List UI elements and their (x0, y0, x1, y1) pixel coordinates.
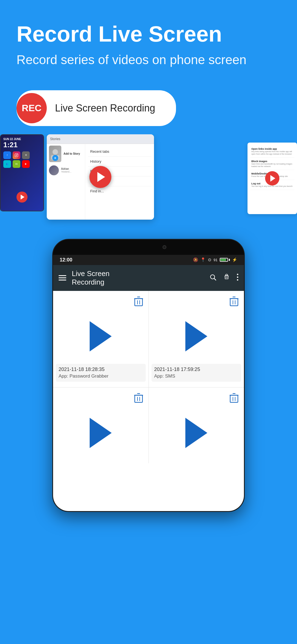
hamburger-line-2 (59, 277, 66, 278)
rec-bar-text: Live Screen Recording (55, 102, 155, 114)
svg-line-4 (214, 279, 216, 280)
svg-point-6 (227, 276, 228, 276)
phone-screenshot-left: SUN 22 JUNE 1:21 f ⚙ 👥 kik ▶ (0, 134, 44, 211)
svg-point-7 (237, 274, 238, 275)
kik-icon: kik (13, 160, 20, 168)
menu-item-history[interactable]: History (88, 157, 151, 167)
right-menu-title-0: Open links inside app (251, 148, 293, 150)
phone-icons-row: f ⚙ (3, 151, 41, 159)
right-menu-desc-0: Any links being opened from the mobile a… (251, 150, 293, 155)
svg-rect-15 (230, 299, 238, 306)
hero-section: Record Live Screen Record series of vide… (0, 0, 297, 79)
hero-title: Record Live Screen (16, 22, 280, 46)
big-play-overlay-button[interactable] (89, 166, 111, 188)
video-play-button-0[interactable] (90, 321, 112, 351)
second-person-avatar (49, 165, 59, 175)
screenshots-area: SUN 22 JUNE 1:21 f ⚙ 👥 kik ▶ Stories (0, 134, 297, 228)
add-story-icon[interactable]: + (52, 155, 58, 161)
phone-mockup-section: 12:00 🔕 📍 ⊙ 91 ⚡ (0, 228, 297, 512)
story-avatar: + (49, 146, 61, 162)
status-bar: 12:00 🔕 📍 ⊙ 91 ⚡ (53, 255, 244, 265)
svg-rect-10 (135, 299, 142, 306)
second-person-info: Adrian Yesterd... (61, 167, 72, 173)
delete-icon-2[interactable] (134, 393, 143, 405)
video-play-button-1[interactable] (185, 321, 207, 351)
phone-date: SUN 22 JUNE (3, 138, 41, 141)
rec-bar: REC Live Screen Recording (16, 90, 176, 126)
svg-point-9 (237, 279, 238, 280)
play-triangle-icon (21, 195, 24, 200)
hamburger-line-3 (59, 280, 66, 280)
battery-fill (221, 259, 226, 261)
bug-report-icon[interactable] (223, 274, 230, 282)
video-timestamp-0: 2021-11-18 18:28:35 (59, 367, 143, 372)
right-play-overlay-button[interactable] (265, 171, 279, 185)
menu-item-find[interactable]: Find in... (88, 186, 151, 196)
delete-icon-1[interactable] (230, 296, 238, 309)
location-icon: 📍 (200, 257, 206, 262)
story-name-block: Add to Story (64, 152, 80, 155)
phone-mockup: 12:00 🔕 📍 ⊙ 91 ⚡ (52, 239, 245, 512)
battery-body (220, 258, 228, 262)
story-second-person: Adrian Yesterd... (47, 164, 85, 177)
hamburger-line-1 (59, 275, 66, 276)
phone-play-button[interactable] (16, 192, 28, 203)
status-time: 12:00 (60, 257, 72, 263)
right-menu-title-1: Block images (251, 160, 293, 163)
instagram-icon (13, 151, 20, 159)
browser-top-bar: Stories (47, 134, 154, 144)
record-indicator: ⊙ (208, 257, 211, 262)
video-play-button-2[interactable] (90, 418, 112, 448)
search-icon[interactable] (209, 274, 216, 282)
right-menu-desc-1: Save time and bandwidth by not loading i… (251, 163, 293, 168)
browser-story-panel: + Add to Story Adrian Yesterd... (47, 144, 85, 220)
facebook-icon: f (3, 151, 11, 159)
browser-screenshot-middle: Stories + Add to Story (47, 134, 154, 220)
svg-point-8 (237, 276, 238, 278)
video-info-0: 2021-11-18 18:28:35 App: Password Grabbe… (56, 364, 146, 382)
story-add-item: + Add to Story (47, 144, 85, 164)
video-play-button-3[interactable] (185, 418, 207, 448)
second-person-time: Yesterd... (61, 170, 72, 173)
svg-rect-25 (230, 395, 238, 402)
more-options-icon[interactable] (237, 274, 238, 282)
video-card-2 (53, 388, 148, 463)
video-play-area-0[interactable] (56, 312, 146, 361)
rec-label: REC (22, 103, 42, 113)
svg-point-2 (17, 154, 18, 155)
delete-icon-3[interactable] (230, 393, 238, 405)
svg-rect-0 (15, 154, 18, 157)
video-grid: 2021-11-18 18:28:35 App: Password Grabbe… (53, 291, 244, 463)
add-to-story-label: Add to Story (64, 152, 80, 155)
video-play-area-2[interactable] (56, 408, 146, 458)
youtube-icon: ▶ (22, 160, 30, 168)
right-play-triangle-icon (270, 175, 275, 182)
battery-percent: 91 (214, 258, 218, 262)
status-right-icons: 🔕 📍 ⊙ 91 ⚡ (193, 257, 237, 262)
video-app-0: App: Password Grabber (59, 373, 143, 379)
browser-screenshot-right: Open links inside app Any links being op… (248, 143, 297, 214)
video-play-area-3[interactable] (152, 408, 241, 458)
delete-icon-0[interactable] (134, 296, 143, 309)
phone-camera (163, 245, 166, 249)
battery-tip (229, 259, 230, 261)
bolt-icon: ⚡ (232, 257, 237, 262)
second-person-name: Adrian (61, 167, 72, 170)
menu-item-recent-tabs[interactable]: Recent tabs (88, 147, 151, 157)
settings-icon: ⚙ (22, 151, 30, 159)
app-toolbar: Live ScreenRecording (53, 265, 244, 291)
video-timestamp-1: 2021-11-18 17:59:25 (154, 367, 239, 372)
hero-subtitle: Record series of videos on phone screen (16, 52, 280, 68)
video-info-1: 2021-11-18 17:59:25 App: SMS (152, 364, 241, 382)
toolbar-right (209, 274, 238, 282)
phone-notch (121, 244, 176, 251)
svg-point-5 (226, 276, 226, 276)
video-card-1: 2021-11-18 17:59:25 App: SMS (149, 291, 244, 387)
phone-clock: 1:21 (3, 141, 41, 149)
people-icon: 👥 (3, 160, 11, 168)
svg-rect-20 (135, 395, 142, 402)
battery-icon (220, 258, 230, 262)
video-play-area-1[interactable] (152, 312, 241, 361)
battery-indicator: 91 (214, 258, 218, 262)
hamburger-menu-icon[interactable] (59, 275, 66, 280)
